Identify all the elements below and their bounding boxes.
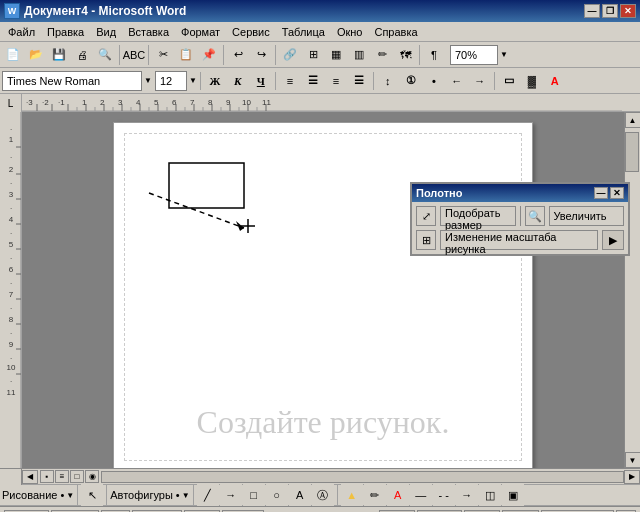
bold-button[interactable]: Ж xyxy=(204,70,226,92)
font-selector[interactable]: Times New Roman ▼ xyxy=(2,71,152,91)
3d-tool[interactable]: ▣ xyxy=(502,484,524,506)
font-color-button[interactable]: A xyxy=(544,70,566,92)
line-color-tool[interactable]: ✏ xyxy=(364,484,386,506)
svg-text:10: 10 xyxy=(7,363,16,372)
dash-style-tool[interactable]: - - xyxy=(433,484,455,506)
canvas-fit-button[interactable]: Подобрать размер xyxy=(440,206,516,226)
canvas-panel-close-button[interactable]: ✕ xyxy=(610,187,624,199)
new-button[interactable]: 📄 xyxy=(2,44,24,66)
print-preview-button[interactable]: 🔍 xyxy=(94,44,116,66)
select-tool[interactable]: ↖ xyxy=(81,484,103,506)
outside-border-button[interactable]: ▭ xyxy=(498,70,520,92)
menu-window[interactable]: Окно xyxy=(331,22,369,41)
menu-insert[interactable]: Вставка xyxy=(122,22,175,41)
copy-button[interactable]: 📋 xyxy=(175,44,197,66)
font-box[interactable]: Times New Roman xyxy=(2,71,142,91)
svg-text:·: · xyxy=(10,254,12,263)
close-button[interactable]: ✕ xyxy=(620,4,636,18)
web-view-btn[interactable]: ◉ xyxy=(85,470,99,483)
scroll-right-button[interactable]: ▶ xyxy=(624,470,640,484)
arrow-tool[interactable]: → xyxy=(220,484,242,506)
columns-button[interactable]: ▥ xyxy=(348,44,370,66)
decrease-indent-button[interactable]: ← xyxy=(446,70,468,92)
highlight-button[interactable]: ▓ xyxy=(521,70,543,92)
line-spacing-button[interactable]: ↕ xyxy=(377,70,399,92)
document-scroll-area[interactable]: Создайте рисунок. xyxy=(22,112,624,468)
title-bar-buttons[interactable]: — ❐ ✕ xyxy=(584,4,636,18)
scroll-track-v[interactable] xyxy=(625,128,640,452)
save-button[interactable]: 💾 xyxy=(48,44,70,66)
restore-button[interactable]: ❐ xyxy=(602,4,618,18)
align-left-button[interactable]: ≡ xyxy=(279,70,301,92)
menu-edit[interactable]: Правка xyxy=(41,22,90,41)
print-button[interactable]: 🖨 xyxy=(71,44,93,66)
cut-button[interactable]: ✂ xyxy=(152,44,174,66)
ellipse-tool[interactable]: ○ xyxy=(266,484,288,506)
scroll-left-button[interactable]: ◀ xyxy=(22,470,38,484)
ruler-corner[interactable]: L xyxy=(0,94,22,112)
size-box[interactable]: 12 xyxy=(155,71,187,91)
autoshapes-menu[interactable]: Автофигуры • ▼ xyxy=(110,489,189,501)
scroll-up-button[interactable]: ▲ xyxy=(625,112,641,128)
redo-button[interactable]: ↪ xyxy=(250,44,272,66)
para-marks-button[interactable]: ¶ xyxy=(423,44,445,66)
menu-help[interactable]: Справка xyxy=(368,22,423,41)
undo-button[interactable]: ↩ xyxy=(227,44,249,66)
spell-button[interactable]: ABC xyxy=(123,44,145,66)
align-center-button[interactable]: ☰ xyxy=(302,70,324,92)
drawing-area[interactable] xyxy=(144,143,264,245)
zoom-dropdown-arrow[interactable]: ▼ xyxy=(500,50,508,59)
drawing-menu[interactable]: Рисование • ▼ xyxy=(2,489,74,501)
menu-format[interactable]: Формат xyxy=(175,22,226,41)
menu-file[interactable]: Файл xyxy=(2,22,41,41)
paste-button[interactable]: 📌 xyxy=(198,44,220,66)
size-selector[interactable]: 12 ▼ xyxy=(155,71,197,91)
fmt-sep1 xyxy=(200,72,201,90)
zoom-box[interactable]: 70% xyxy=(450,45,498,65)
size-dropdown-arrow[interactable]: ▼ xyxy=(189,76,197,85)
doc-map-button[interactable]: 🗺 xyxy=(394,44,416,66)
print-view-btn[interactable]: □ xyxy=(70,470,84,483)
canvas-panel-controls[interactable]: — ✕ xyxy=(594,187,624,199)
drawing-dropdown-arrow[interactable]: ▼ xyxy=(66,491,74,500)
shadow-tool[interactable]: ◫ xyxy=(479,484,501,506)
sep-draw3 xyxy=(193,485,194,505)
autoshapes-dropdown-arrow[interactable]: ▼ xyxy=(182,491,190,500)
canvas-extra-button[interactable]: ▶ xyxy=(602,230,624,250)
textbox-tool[interactable]: A xyxy=(289,484,311,506)
increase-indent-button[interactable]: → xyxy=(469,70,491,92)
numbering-button[interactable]: ① xyxy=(400,70,422,92)
insert-table-button[interactable]: ▦ xyxy=(325,44,347,66)
menu-view[interactable]: Вид xyxy=(90,22,122,41)
menu-tools[interactable]: Сервис xyxy=(226,22,276,41)
canvas-scale-button[interactable]: Изменение масштаба рисунка xyxy=(440,230,598,250)
font-dropdown-arrow[interactable]: ▼ xyxy=(144,76,152,85)
underline-button[interactable]: Ч xyxy=(250,70,272,92)
open-button[interactable]: 📂 xyxy=(25,44,47,66)
rect-tool[interactable]: □ xyxy=(243,484,265,506)
hyperlink-button[interactable]: 🔗 xyxy=(279,44,301,66)
scrollbar-h[interactable]: ◀ ▪ ≡ □ ◉ ▶ xyxy=(22,469,640,484)
scroll-track-h[interactable] xyxy=(101,471,624,483)
align-right-button[interactable]: ≡ xyxy=(325,70,347,92)
outline-view-btn[interactable]: ≡ xyxy=(55,470,69,483)
justify-button[interactable]: ☰ xyxy=(348,70,370,92)
wordart-tool[interactable]: Ⓐ xyxy=(312,484,334,506)
arrow-style-tool[interactable]: → xyxy=(456,484,478,506)
tables-borders-button[interactable]: ⊞ xyxy=(302,44,324,66)
canvas-zoom-button[interactable]: Увеличить xyxy=(549,206,625,226)
line-style-tool[interactable]: — xyxy=(410,484,432,506)
scroll-thumb-v[interactable] xyxy=(625,132,639,172)
normal-view-btn[interactable]: ▪ xyxy=(40,470,54,483)
scrollbar-v[interactable]: ▲ ▼ xyxy=(624,112,640,468)
scroll-down-button[interactable]: ▼ xyxy=(625,452,641,468)
minimize-button[interactable]: — xyxy=(584,4,600,18)
line-tool[interactable]: ╱ xyxy=(197,484,219,506)
bullets-button[interactable]: • xyxy=(423,70,445,92)
fill-color-tool[interactable]: ▲ xyxy=(341,484,363,506)
drawing-button[interactable]: ✏ xyxy=(371,44,393,66)
canvas-panel-minimize[interactable]: — xyxy=(594,187,608,199)
menu-table[interactable]: Таблица xyxy=(276,22,331,41)
italic-button[interactable]: К xyxy=(227,70,249,92)
font-color-draw-tool[interactable]: A xyxy=(387,484,409,506)
